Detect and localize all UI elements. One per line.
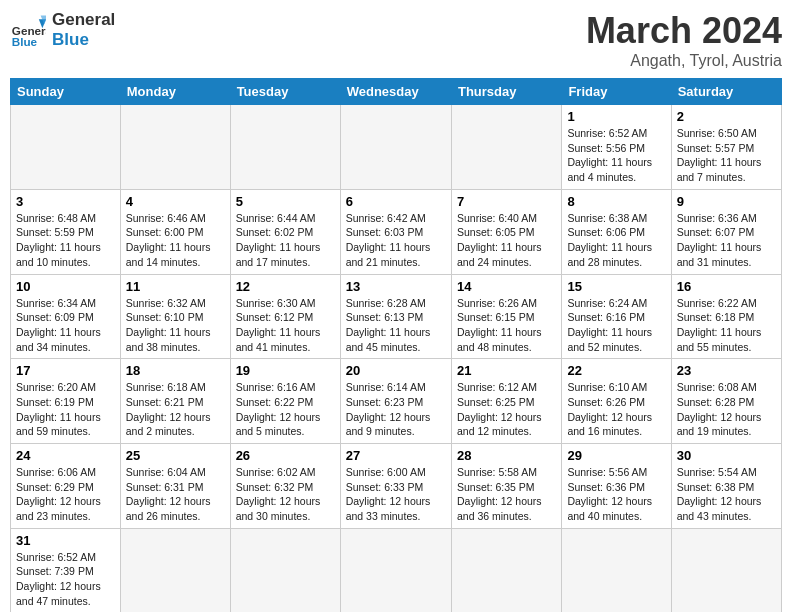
weekday-header-row: SundayMondayTuesdayWednesdayThursdayFrid… [11,79,782,105]
day-cell [120,105,230,190]
day-info: Sunrise: 6:12 AM Sunset: 6:25 PM Dayligh… [457,380,556,439]
day-number: 6 [346,194,446,209]
day-info: Sunrise: 6:50 AM Sunset: 5:57 PM Dayligh… [677,126,776,185]
day-cell [120,528,230,612]
day-info: Sunrise: 6:40 AM Sunset: 6:05 PM Dayligh… [457,211,556,270]
day-number: 11 [126,279,225,294]
day-number: 3 [16,194,115,209]
week-row-2: 3Sunrise: 6:48 AM Sunset: 5:59 PM Daylig… [11,189,782,274]
day-number: 14 [457,279,556,294]
day-number: 12 [236,279,335,294]
day-info: Sunrise: 6:02 AM Sunset: 6:32 PM Dayligh… [236,465,335,524]
day-info: Sunrise: 6:36 AM Sunset: 6:07 PM Dayligh… [677,211,776,270]
calendar: SundayMondayTuesdayWednesdayThursdayFrid… [10,78,782,612]
day-cell: 18Sunrise: 6:18 AM Sunset: 6:21 PM Dayli… [120,359,230,444]
day-cell: 10Sunrise: 6:34 AM Sunset: 6:09 PM Dayli… [11,274,121,359]
day-number: 26 [236,448,335,463]
day-number: 15 [567,279,665,294]
weekday-header-tuesday: Tuesday [230,79,340,105]
day-number: 5 [236,194,335,209]
day-number: 16 [677,279,776,294]
day-number: 28 [457,448,556,463]
day-number: 13 [346,279,446,294]
weekday-header-saturday: Saturday [671,79,781,105]
weekday-header-wednesday: Wednesday [340,79,451,105]
day-cell: 25Sunrise: 6:04 AM Sunset: 6:31 PM Dayli… [120,444,230,529]
week-row-3: 10Sunrise: 6:34 AM Sunset: 6:09 PM Dayli… [11,274,782,359]
day-info: Sunrise: 6:10 AM Sunset: 6:26 PM Dayligh… [567,380,665,439]
day-cell [230,528,340,612]
day-number: 9 [677,194,776,209]
day-cell: 22Sunrise: 6:10 AM Sunset: 6:26 PM Dayli… [562,359,671,444]
day-number: 29 [567,448,665,463]
day-cell: 13Sunrise: 6:28 AM Sunset: 6:13 PM Dayli… [340,274,451,359]
day-cell [562,528,671,612]
week-row-6: 31Sunrise: 6:52 AM Sunset: 7:39 PM Dayli… [11,528,782,612]
day-number: 20 [346,363,446,378]
weekday-header-sunday: Sunday [11,79,121,105]
day-cell: 26Sunrise: 6:02 AM Sunset: 6:32 PM Dayli… [230,444,340,529]
day-cell [671,528,781,612]
day-info: Sunrise: 6:42 AM Sunset: 6:03 PM Dayligh… [346,211,446,270]
day-info: Sunrise: 6:14 AM Sunset: 6:23 PM Dayligh… [346,380,446,439]
logo-blue: Blue [52,30,115,50]
day-info: Sunrise: 6:16 AM Sunset: 6:22 PM Dayligh… [236,380,335,439]
week-row-1: 1Sunrise: 6:52 AM Sunset: 5:56 PM Daylig… [11,105,782,190]
day-cell [11,105,121,190]
logo: General Blue General Blue [10,10,115,51]
day-info: Sunrise: 6:26 AM Sunset: 6:15 PM Dayligh… [457,296,556,355]
day-number: 17 [16,363,115,378]
day-number: 25 [126,448,225,463]
day-cell: 6Sunrise: 6:42 AM Sunset: 6:03 PM Daylig… [340,189,451,274]
day-cell: 4Sunrise: 6:46 AM Sunset: 6:00 PM Daylig… [120,189,230,274]
day-cell [451,528,561,612]
day-cell: 31Sunrise: 6:52 AM Sunset: 7:39 PM Dayli… [11,528,121,612]
weekday-header-thursday: Thursday [451,79,561,105]
day-number: 27 [346,448,446,463]
logo-icon: General Blue [10,12,46,48]
day-info: Sunrise: 6:20 AM Sunset: 6:19 PM Dayligh… [16,380,115,439]
day-cell: 30Sunrise: 5:54 AM Sunset: 6:38 PM Dayli… [671,444,781,529]
day-info: Sunrise: 6:34 AM Sunset: 6:09 PM Dayligh… [16,296,115,355]
day-cell: 24Sunrise: 6:06 AM Sunset: 6:29 PM Dayli… [11,444,121,529]
day-cell: 21Sunrise: 6:12 AM Sunset: 6:25 PM Dayli… [451,359,561,444]
day-cell: 15Sunrise: 6:24 AM Sunset: 6:16 PM Dayli… [562,274,671,359]
day-info: Sunrise: 6:48 AM Sunset: 5:59 PM Dayligh… [16,211,115,270]
day-cell [340,528,451,612]
day-cell: 8Sunrise: 6:38 AM Sunset: 6:06 PM Daylig… [562,189,671,274]
day-cell [340,105,451,190]
day-info: Sunrise: 6:28 AM Sunset: 6:13 PM Dayligh… [346,296,446,355]
day-info: Sunrise: 6:04 AM Sunset: 6:31 PM Dayligh… [126,465,225,524]
day-info: Sunrise: 5:54 AM Sunset: 6:38 PM Dayligh… [677,465,776,524]
day-info: Sunrise: 5:56 AM Sunset: 6:36 PM Dayligh… [567,465,665,524]
month-title: March 2024 [586,10,782,52]
day-number: 22 [567,363,665,378]
day-info: Sunrise: 6:46 AM Sunset: 6:00 PM Dayligh… [126,211,225,270]
day-info: Sunrise: 6:06 AM Sunset: 6:29 PM Dayligh… [16,465,115,524]
logo-general: General [52,10,115,30]
day-number: 10 [16,279,115,294]
day-info: Sunrise: 6:18 AM Sunset: 6:21 PM Dayligh… [126,380,225,439]
weekday-header-friday: Friday [562,79,671,105]
day-info: Sunrise: 6:44 AM Sunset: 6:02 PM Dayligh… [236,211,335,270]
week-row-5: 24Sunrise: 6:06 AM Sunset: 6:29 PM Dayli… [11,444,782,529]
day-number: 18 [126,363,225,378]
svg-text:Blue: Blue [12,36,38,49]
day-info: Sunrise: 6:52 AM Sunset: 5:56 PM Dayligh… [567,126,665,185]
day-info: Sunrise: 6:32 AM Sunset: 6:10 PM Dayligh… [126,296,225,355]
day-info: Sunrise: 5:58 AM Sunset: 6:35 PM Dayligh… [457,465,556,524]
day-number: 24 [16,448,115,463]
day-cell: 29Sunrise: 5:56 AM Sunset: 6:36 PM Dayli… [562,444,671,529]
day-number: 1 [567,109,665,124]
day-number: 2 [677,109,776,124]
day-cell: 2Sunrise: 6:50 AM Sunset: 5:57 PM Daylig… [671,105,781,190]
day-cell: 23Sunrise: 6:08 AM Sunset: 6:28 PM Dayli… [671,359,781,444]
day-cell: 16Sunrise: 6:22 AM Sunset: 6:18 PM Dayli… [671,274,781,359]
day-cell: 20Sunrise: 6:14 AM Sunset: 6:23 PM Dayli… [340,359,451,444]
day-cell: 12Sunrise: 6:30 AM Sunset: 6:12 PM Dayli… [230,274,340,359]
day-number: 7 [457,194,556,209]
location: Angath, Tyrol, Austria [586,52,782,70]
day-number: 30 [677,448,776,463]
day-cell: 3Sunrise: 6:48 AM Sunset: 5:59 PM Daylig… [11,189,121,274]
day-cell [451,105,561,190]
